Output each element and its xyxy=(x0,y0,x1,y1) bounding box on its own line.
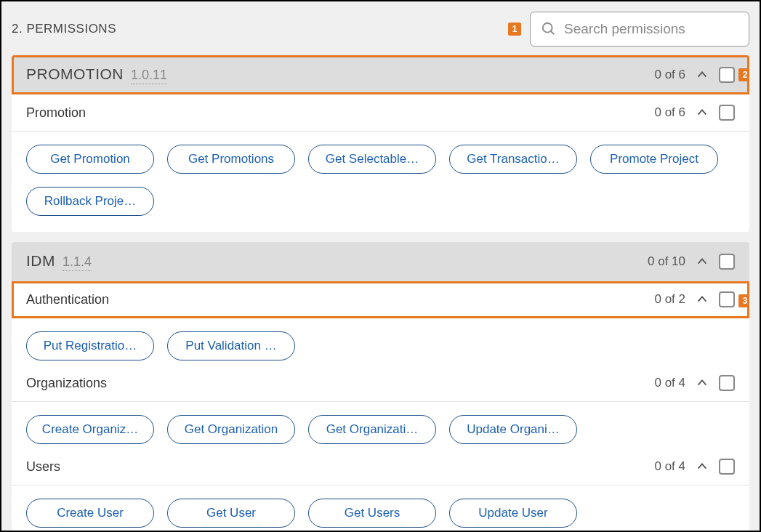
group-title: PROMOTION xyxy=(26,65,124,83)
permission-chip[interactable]: Create User xyxy=(26,499,154,528)
group-version: 1.1.4 xyxy=(63,254,92,271)
svg-line-1 xyxy=(551,31,555,35)
permission-chip[interactable]: Rollback Proje… xyxy=(26,187,154,216)
svg-point-0 xyxy=(543,23,552,33)
permission-chip[interactable]: Get Transactio… xyxy=(449,145,577,174)
permission-chip[interactable]: Get Organizati… xyxy=(308,415,436,444)
chevron-up-icon[interactable] xyxy=(696,460,709,473)
chips-row: Create User Get User Get Users Update Us… xyxy=(12,485,749,532)
permission-chip[interactable]: Put Validation … xyxy=(167,331,295,360)
permissions-panel: 2. PERMISSIONS 1 2 PROMOTION 1.0.11 0 of… xyxy=(1,1,760,531)
group-header-promotion[interactable]: PROMOTION 1.0.11 0 of 6 xyxy=(12,55,749,94)
permission-chip[interactable]: Get Users xyxy=(308,499,436,528)
group-checkbox[interactable] xyxy=(719,67,735,83)
subgroup-checkbox[interactable] xyxy=(719,375,735,391)
subgroup-header-authentication[interactable]: Authentication 0 of 2 xyxy=(12,281,749,318)
subgroup-checkbox[interactable] xyxy=(719,291,735,307)
subgroup-checkbox[interactable] xyxy=(719,459,735,475)
chevron-up-icon[interactable] xyxy=(696,376,709,390)
permission-chip[interactable]: Create Organiz… xyxy=(26,415,154,444)
search-box[interactable] xyxy=(530,12,749,47)
chevron-up-icon[interactable] xyxy=(696,68,709,81)
annotation-marker-1: 1 xyxy=(508,23,521,36)
subgroup-title: Users xyxy=(26,459,60,475)
topbar-right: 1 xyxy=(508,12,749,47)
permission-chip[interactable]: Update Organi… xyxy=(449,415,577,444)
subgroup-title: Authentication xyxy=(26,292,109,307)
subgroup-checkbox[interactable] xyxy=(719,105,735,121)
permission-group: IDM 1.1.4 0 of 10 3 Authentication 0 of … xyxy=(12,242,749,532)
group-header-idm[interactable]: IDM 1.1.4 0 of 10 xyxy=(12,242,749,281)
permission-chip[interactable]: Put Registratio… xyxy=(26,331,154,360)
subgroup-title: Organizations xyxy=(26,376,107,391)
chevron-up-icon[interactable] xyxy=(696,106,709,119)
search-input[interactable] xyxy=(564,21,738,37)
search-icon xyxy=(541,21,557,37)
group-checkbox[interactable] xyxy=(719,254,735,270)
chips-row: Create Organiz… Get Organization Get Org… xyxy=(12,402,749,448)
permission-chip[interactable]: Get Promotion xyxy=(26,145,154,174)
permission-chip[interactable]: Promote Project xyxy=(590,145,718,174)
group-count: 0 of 10 xyxy=(648,254,685,269)
subgroup-count: 0 of 4 xyxy=(654,459,685,474)
subgroup-title: Promotion xyxy=(26,105,86,121)
permission-chip[interactable]: Get Selectable… xyxy=(308,145,436,174)
page-title: 2. PERMISSIONS xyxy=(12,22,116,36)
subgroup-count: 0 of 6 xyxy=(654,105,685,120)
subgroup-header-users[interactable]: Users 0 of 4 xyxy=(12,448,749,485)
subgroup-count: 0 of 2 xyxy=(654,292,685,307)
subgroup-count: 0 of 4 xyxy=(654,376,685,390)
permission-chip[interactable]: Get Organization xyxy=(167,415,295,444)
group-title: IDM xyxy=(26,252,55,270)
group-version: 1.0.11 xyxy=(131,68,167,84)
permission-chip[interactable]: Get User xyxy=(167,499,295,528)
permission-group: 2 PROMOTION 1.0.11 0 of 6 Promotion 0 of… xyxy=(12,55,749,232)
annotation-marker-2: 2 xyxy=(738,68,749,81)
topbar: 2. PERMISSIONS 1 xyxy=(12,1,749,55)
chips-row: Put Registratio… Put Validation … xyxy=(12,318,749,365)
permission-chip[interactable]: Update User xyxy=(449,499,577,528)
subgroup-header-organizations[interactable]: Organizations 0 of 4 xyxy=(12,365,749,402)
chevron-up-icon[interactable] xyxy=(696,293,709,306)
chevron-up-icon[interactable] xyxy=(696,255,709,268)
permission-chip[interactable]: Get Promotions xyxy=(167,145,295,174)
group-count: 0 of 6 xyxy=(654,68,685,82)
chips-row: Get Promotion Get Promotions Get Selecta… xyxy=(12,132,749,232)
subgroup-header-promotion[interactable]: Promotion 0 of 6 xyxy=(12,94,749,132)
annotation-marker-3: 3 xyxy=(738,294,749,307)
